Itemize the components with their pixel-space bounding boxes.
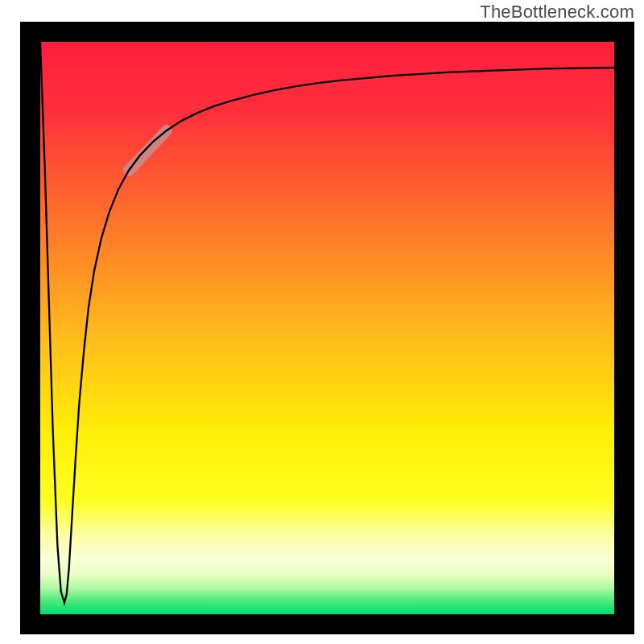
plot-border: [20, 22, 634, 634]
watermark-text: TheBottleneck.com: [480, 2, 634, 23]
chart-canvas: TheBottleneck.com: [0, 0, 644, 644]
